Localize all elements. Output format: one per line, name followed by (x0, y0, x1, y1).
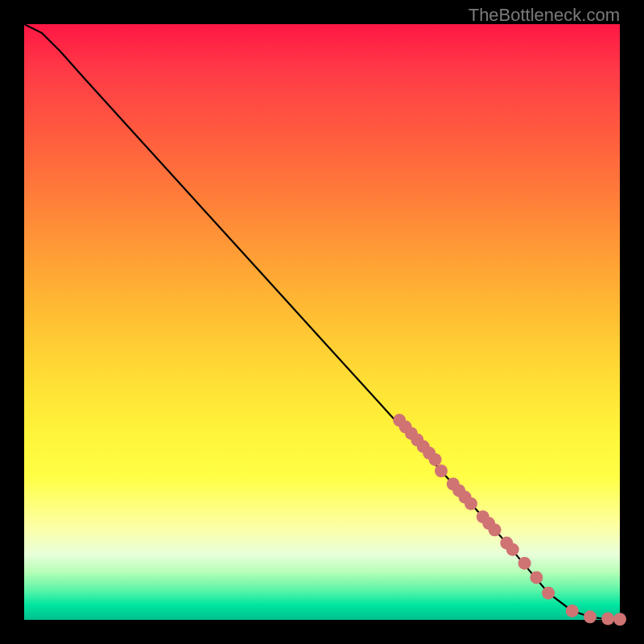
curve-line (24, 24, 620, 619)
chart-container: TheBottleneck.com (0, 0, 644, 644)
markers-group (393, 414, 626, 625)
marker-dot (429, 453, 442, 466)
marker-dot (542, 587, 555, 600)
plot-area (24, 24, 620, 620)
marker-dot (464, 497, 477, 510)
curve-svg (24, 24, 620, 620)
marker-dot (601, 613, 614, 625)
marker-dot (506, 543, 519, 556)
marker-dot (489, 523, 502, 536)
marker-dot (613, 613, 626, 625)
watermark-text: TheBottleneck.com (469, 5, 620, 26)
marker-dot (584, 610, 597, 623)
marker-dot (435, 464, 448, 477)
marker-dot (566, 605, 579, 617)
marker-dot (518, 557, 531, 570)
marker-dot (530, 571, 543, 584)
